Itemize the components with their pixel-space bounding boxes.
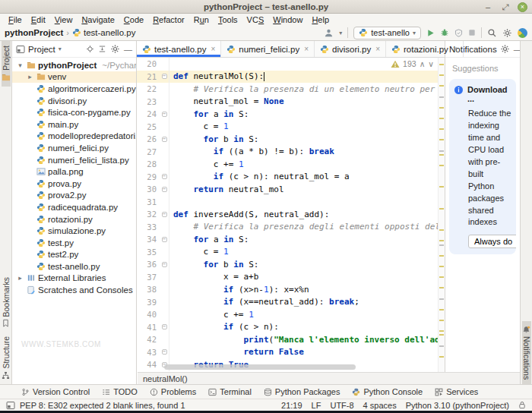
breadcrumb-project[interactable]: pythonProject (5, 28, 63, 37)
toolwindow-terminal[interactable]: Terminal (208, 387, 252, 396)
tab-close-icon[interactable]: × (453, 45, 458, 53)
run-configuration-select[interactable]: test-anello ▾ (353, 27, 421, 39)
breadcrumb-function[interactable]: neutralMol() (143, 374, 188, 383)
status-message[interactable]: PEP 8: E302 expected 2 blank lines, foun… (20, 401, 185, 410)
tab-close-icon[interactable]: × (375, 45, 380, 53)
menu-run[interactable]: Run (190, 15, 213, 24)
tree-item-prova2-py[interactable]: prova2.py (12, 190, 136, 202)
fold-icon[interactable]: − (162, 262, 167, 267)
code-line-32[interactable]: 32−def inverseAdd(S, neutral_add): (137, 208, 445, 221)
menu-window[interactable]: Window (269, 15, 306, 24)
tree-expand-icon[interactable]: ▸ (16, 274, 24, 282)
settings-gear-icon[interactable] (502, 28, 512, 38)
toolwindow-python-console[interactable]: Python Console (352, 387, 423, 396)
tree-item-radicequadrata-py[interactable]: radicequadrata.py (12, 201, 136, 213)
menu-navigate[interactable]: Navigate (78, 15, 118, 24)
tree-item-palla-png[interactable]: palla.png (12, 166, 136, 178)
collapse-all-icon[interactable] (98, 45, 106, 53)
toolwindow-version-control[interactable]: Version Control (21, 387, 90, 396)
code-line-28[interactable]: 28c += 1 (137, 158, 445, 171)
status-interpreter[interactable]: Python 3.10 (pythonProject) (406, 401, 509, 410)
code-line-38[interactable]: 38if (x>n-1): x=x%n (137, 283, 445, 296)
hide-panel-icon[interactable]: — (124, 45, 132, 54)
code-line-30[interactable]: 30−return neutral_mol (137, 183, 445, 196)
code-line-42[interactable]: 42print("Manca l'elemento inverso dell'a… (137, 333, 445, 346)
code-with-me-icon[interactable] (518, 28, 527, 38)
toolwindow-toggle-icon[interactable] (6, 401, 15, 410)
menu-code[interactable]: Code (120, 15, 147, 24)
tree-item-external-libraries[interactable]: ▸External Libraries (12, 273, 136, 285)
tree-item-test-anello-py[interactable]: test-anello.py (12, 260, 136, 273)
menu-file[interactable]: File (5, 15, 26, 24)
code-line-40[interactable]: 40c += 1 (137, 308, 445, 321)
tab-rotazioni-py[interactable]: rotazioni.py× (386, 41, 464, 57)
prev-warning-icon[interactable]: ∧ (420, 59, 426, 68)
fold-icon[interactable]: − (162, 137, 167, 142)
panel-options-gear-icon[interactable] (110, 44, 120, 54)
debug-button[interactable] (440, 28, 449, 37)
code-line-43[interactable]: 43−return False (137, 346, 445, 359)
stripe-item-structure[interactable]: Structure (2, 332, 11, 384)
tree-item-fisica-con-pygame-py[interactable]: fisica-con-pygame.py (12, 106, 136, 118)
tree-item-main-py[interactable]: main.py (12, 118, 136, 131)
tab-close-icon[interactable]: × (211, 45, 215, 53)
tree-item-venv[interactable]: ▸venv (12, 71, 136, 84)
code-line-34[interactable]: 34−for a in S: (137, 233, 445, 246)
tree-item-simulazione-py[interactable]: simulazione.py (12, 225, 136, 237)
tab-test-anello-py[interactable]: test-anello.py× (137, 41, 221, 57)
tree-collapse-icon[interactable]: ▾ (16, 61, 24, 69)
tree-item-scratches-and-consoles[interactable]: Scratches and Consoles (12, 284, 136, 296)
tree-item-algoritmoricercazeri-py[interactable]: algoritmoricercazeri.py (12, 83, 136, 95)
code-line-22[interactable]: 22# Verifica la presenza di un elemento … (137, 83, 445, 96)
project-view-dropdown-icon[interactable]: ▾ (59, 46, 62, 52)
tree-item-pythonproject[interactable]: ▾pythonProject~/PycharmProje (12, 59, 136, 71)
user-profile-icon[interactable] (324, 28, 334, 38)
tree-item-test-py[interactable]: test.py (12, 237, 136, 249)
code-line-25[interactable]: 25c = 1 (137, 121, 445, 134)
always-do-button[interactable]: Always do (468, 235, 516, 248)
tab-close-icon[interactable]: × (304, 45, 309, 53)
locate-file-icon[interactable] (86, 45, 94, 53)
fold-icon[interactable]: − (162, 237, 167, 242)
menu-help[interactable]: Help (308, 15, 333, 24)
run-with-coverage-button[interactable] (454, 29, 463, 37)
inspection-widget[interactable]: 193 ∧ ∨ (389, 59, 435, 68)
code-line-36[interactable]: 36−for b in S: (137, 258, 445, 271)
tree-item-modellopredepredatori-py[interactable]: modellopredepredatori.py (12, 131, 136, 143)
code-editor[interactable]: 2021−def neutralMol(S):22# Verifica la p… (137, 58, 445, 372)
code-line-41[interactable]: 41−if (c > n): (137, 321, 445, 334)
code-line-24[interactable]: 24−for a in S: (137, 108, 445, 121)
close-button[interactable]: × (518, 2, 527, 12)
code-line-37[interactable]: 37x = a+b (137, 271, 445, 284)
toolwindow-services[interactable]: Services (435, 387, 478, 396)
menu-refactor[interactable]: Refactor (149, 15, 188, 24)
project-panel-title[interactable]: Project (28, 45, 55, 54)
code-line-29[interactable]: 29−if (c > n): neutral_mol = a (137, 171, 445, 184)
tree-expand-icon[interactable]: ▸ (26, 73, 34, 80)
fold-icon[interactable]: − (162, 187, 167, 192)
run-button[interactable] (426, 29, 435, 37)
tree-item-prova-py[interactable]: prova.py (12, 178, 136, 190)
menu-tools[interactable]: Tools (214, 15, 242, 24)
tree-item-numeri-felici-lista-py[interactable]: numeri_felici_lista.py (12, 154, 136, 166)
menu-edit[interactable]: Edit (27, 15, 49, 24)
status-encoding[interactable]: UTF-8 (330, 401, 353, 410)
tab-numeri-felici-py[interactable]: numeri_felici.py× (221, 41, 315, 57)
fold-icon[interactable]: − (162, 349, 167, 355)
code-line-35[interactable]: 35c = 1 (137, 246, 445, 259)
tree-item-rotazioni-py[interactable]: rotazioni.py (12, 213, 136, 225)
minimize-button[interactable]: – (483, 2, 493, 12)
tab-divisori-py[interactable]: divisori.py× (315, 41, 386, 57)
next-warning-icon[interactable]: ∨ (428, 59, 434, 68)
fold-icon[interactable]: − (162, 112, 167, 117)
tree-item-numeri-felici-py[interactable]: numeri_felici.py (12, 142, 136, 154)
status-indent-style[interactable]: 4 spaces (363, 401, 397, 410)
code-line-21[interactable]: 21−def neutralMol(S): (137, 71, 445, 84)
code-line-23[interactable]: 23neutral_mol = None (137, 96, 445, 109)
stop-button[interactable] (468, 29, 476, 36)
toolwindow-python-packages[interactable]: Python Packages (264, 387, 340, 396)
fold-icon[interactable]: − (162, 174, 167, 179)
status-line-ending[interactable]: LF (312, 401, 321, 410)
code-line-26[interactable]: 26−for b in S: (137, 133, 445, 146)
breadcrumb-file[interactable]: test-anello.py (72, 28, 135, 37)
